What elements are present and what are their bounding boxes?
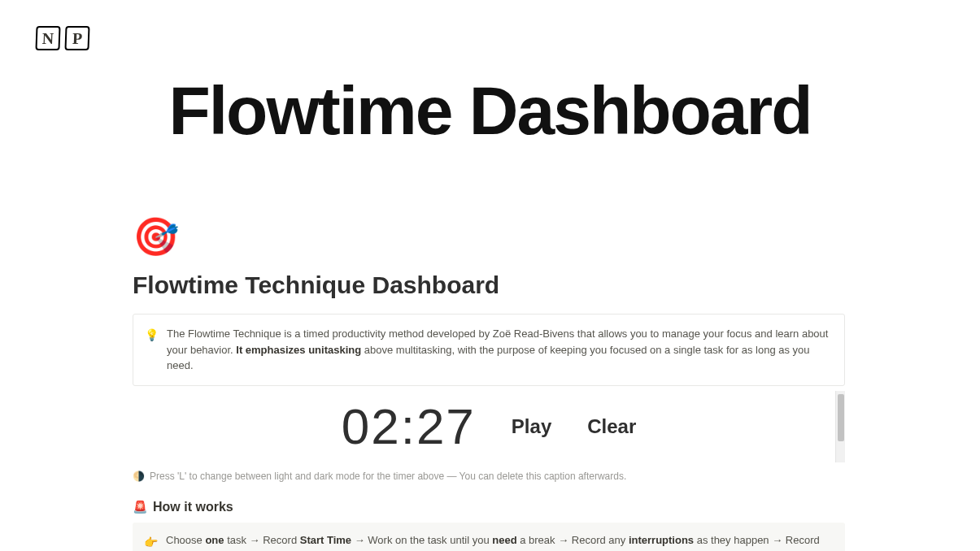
steps-frag: as they happen → Record — [694, 534, 820, 546]
play-button[interactable]: Play — [512, 415, 551, 438]
intro-text-bold: unitasking — [308, 344, 361, 356]
steps-bold: one — [205, 534, 224, 546]
intro-text-lead: It emphasizes — [236, 344, 308, 356]
target-icon: 🎯 — [133, 218, 845, 255]
app-logo: N P — [36, 26, 89, 50]
timer-display: 02:27 — [342, 397, 476, 455]
how-it-works-label: How it works — [153, 500, 233, 514]
steps-frag: a break → Record any — [517, 534, 629, 546]
timer-caption: 🌗 Press 'L' to change between light and … — [133, 471, 845, 482]
intro-callout-text: The Flowtime Technique is a timed produc… — [167, 326, 831, 374]
logo-letter-p: P — [64, 26, 89, 50]
timer-embed: 02:27 Play Clear — [133, 389, 845, 464]
steps-bold: interruptions — [629, 534, 694, 546]
caption-text: Press 'L' to change between light and da… — [150, 471, 626, 482]
pointing-hand-icon: 👉 — [144, 533, 158, 552]
clear-button[interactable]: Clear — [587, 415, 636, 438]
steps-frag: → Work on the task until you — [351, 534, 492, 546]
logo-letter-n: N — [35, 26, 60, 50]
page-content: 🎯 Flowtime Technique Dashboard 💡 The Flo… — [133, 218, 845, 551]
steps-frag: Choose — [166, 534, 205, 546]
hero-title: Flowtime Dashboard — [0, 72, 980, 150]
moon-icon: 🌗 — [133, 471, 145, 482]
alarm-icon: 🚨 — [133, 500, 148, 514]
how-it-works-heading: 🚨 How it works — [133, 500, 845, 514]
page-title: Flowtime Technique Dashboard — [133, 271, 845, 299]
lightbulb-icon: 💡 — [145, 327, 159, 374]
steps-frag: task → Record — [224, 534, 300, 546]
intro-callout: 💡 The Flowtime Technique is a timed prod… — [133, 314, 845, 386]
steps-callout: 👉 Choose one task → Record Start Time → … — [133, 523, 845, 552]
steps-bold: need — [492, 534, 516, 546]
steps-text: Choose one task → Record Start Time → Wo… — [166, 532, 832, 552]
embed-scrollbar[interactable] — [835, 391, 845, 462]
steps-bold: Start Time — [300, 534, 351, 546]
